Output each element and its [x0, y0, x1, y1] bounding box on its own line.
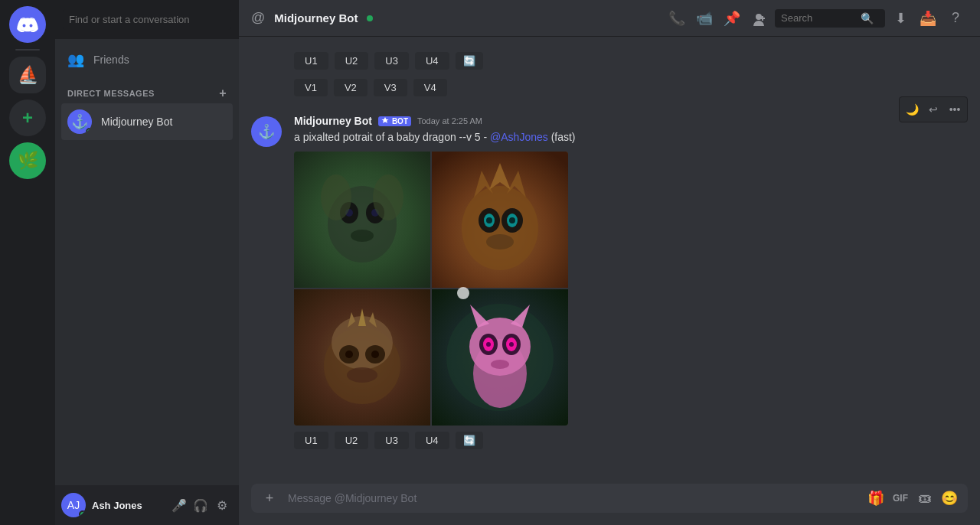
settings-button[interactable]: ⚙ [211, 494, 233, 516]
gift-button[interactable]: 🎁 [864, 486, 888, 510]
u3-button-old[interactable]: U3 [374, 52, 409, 70]
dm-user-name: Midjourney Bot [101, 116, 172, 128]
svg-point-31 [347, 367, 377, 383]
search-input-topbar[interactable] [781, 12, 858, 24]
svg-point-10 [462, 186, 538, 270]
u3-button[interactable]: U3 [374, 432, 409, 449]
help-button[interactable]: ? [943, 6, 968, 31]
dragon-image-br[interactable] [432, 289, 568, 426]
pins-button[interactable]: 📌 [720, 6, 744, 31]
more-actions-button[interactable]: ••• [944, 99, 965, 120]
svg-point-19 [509, 217, 515, 223]
direct-messages-header: DIRECT MESSAGES + [61, 74, 233, 103]
search-input[interactable] [63, 9, 231, 30]
midjourney-avatar: ⚓ [67, 109, 92, 134]
user-info: Ash Jones [92, 500, 162, 511]
user-status-indicator [79, 510, 86, 517]
mention: @AshJones [490, 131, 548, 143]
v3-button-old[interactable]: V3 [374, 79, 407, 96]
message-input-wrapper: + 🎁 GIF 🎟 😊 [251, 484, 968, 513]
svg-point-30 [371, 351, 379, 358]
channel-status-dot [367, 15, 373, 21]
u2-button[interactable]: U2 [335, 432, 369, 449]
server-icon-green[interactable]: 🌿 [9, 142, 46, 179]
friends-label: Friends [93, 54, 129, 66]
svg-point-16 [486, 217, 492, 223]
dm-section-label: DIRECT MESSAGES [67, 89, 155, 98]
input-right-icons: 🎁 GIF 🎟 😊 [864, 486, 962, 510]
u1-button[interactable]: U1 [294, 432, 328, 449]
server-sidebar: ⛵ + 🌿 [0, 0, 55, 525]
channel-name: Midjourney Bot [274, 11, 358, 24]
search-bar-area [55, 0, 239, 39]
search-area: 🔍 [775, 9, 885, 28]
svg-point-43 [509, 342, 514, 347]
user-panel: AJ Ash Jones 🎤 🎧 ⚙ [55, 485, 239, 525]
svg-point-29 [345, 351, 353, 358]
message-author: Midjourney Bot [294, 115, 372, 127]
svg-point-42 [486, 342, 491, 347]
search-icon: 🔍 [861, 12, 874, 24]
u4-button-old[interactable]: U4 [415, 52, 449, 70]
message-input[interactable] [288, 484, 858, 513]
server-icon-sailboat[interactable]: ⛵ [9, 57, 46, 93]
top-bar: @ Midjourney Bot 📞 📹 📌 🔍 ⬇ 📥 ? [239, 0, 980, 37]
svg-point-8 [373, 174, 403, 220]
headphone-button[interactable]: 🎧 [190, 494, 211, 516]
friends-item[interactable]: 👥 Friends [61, 45, 233, 74]
video-button[interactable]: 📹 [692, 6, 717, 31]
user-actions: 🎤 🎧 ⚙ [168, 494, 233, 516]
download-button[interactable]: ⬇ [888, 6, 913, 31]
message-actions: 🌙 ↩ ••• [899, 96, 968, 122]
server-divider [15, 49, 40, 51]
inbox-button[interactable]: 📥 [916, 6, 940, 31]
refresh-button[interactable]: 🔄 [456, 432, 483, 449]
svg-point-6 [351, 230, 374, 242]
call-button[interactable]: 📞 [665, 6, 689, 31]
username: Ash Jones [92, 500, 162, 511]
v1-button-old[interactable]: V1 [294, 79, 328, 96]
moon-reaction-button[interactable]: 🌙 [901, 99, 923, 120]
svg-point-20 [486, 234, 514, 249]
v2-button-old[interactable]: V2 [334, 79, 368, 96]
add-member-button[interactable] [747, 6, 772, 31]
emoji-button[interactable]: 😊 [937, 486, 962, 510]
dragon-image-bl[interactable] [294, 289, 430, 426]
top-bar-icons: 📞 📹 📌 🔍 ⬇ 📥 ? [665, 6, 968, 31]
refresh-button-old[interactable]: 🔄 [456, 52, 483, 70]
gif-button[interactable]: GIF [888, 486, 913, 510]
chat-area: @ Midjourney Bot 📞 📹 📌 🔍 ⬇ 📥 ? [239, 0, 980, 525]
add-dm-button[interactable]: + [219, 86, 227, 100]
messages-area: U1 U2 U3 U4 🔄 V1 V2 V3 V4 ⚓ Midjourney B… [239, 37, 980, 478]
input-area: + 🎁 GIF 🎟 😊 [239, 478, 980, 525]
message-content: Midjourney Bot BOT Today at 2:25 AM a pi… [294, 115, 968, 449]
user-avatar: AJ [61, 493, 86, 517]
u4-button[interactable]: U4 [415, 432, 449, 449]
dragon-image-tr[interactable] [432, 152, 568, 288]
fast-tag: (fast) [551, 131, 576, 143]
mic-button[interactable]: 🎤 [168, 494, 190, 516]
sticker-button[interactable]: 🎟 [913, 486, 937, 510]
u2-button-old[interactable]: U2 [335, 52, 369, 70]
svg-point-44 [491, 360, 509, 369]
dragon-image-tl[interactable] [294, 152, 430, 288]
action-button-row: U1 U2 U3 U4 🔄 [294, 426, 968, 449]
v-button-row: V1 V2 V3 V4 [239, 76, 980, 103]
message-time: Today at 2:25 AM [417, 116, 482, 126]
bot-badge: BOT [378, 116, 411, 126]
image-grid [294, 152, 568, 426]
midjourney-message: ⚓ Midjourney Bot BOT Today at 2:25 AM a … [239, 109, 980, 452]
user-status-dot [86, 128, 92, 134]
message-header: Midjourney Bot BOT Today at 2:25 AM [294, 115, 968, 127]
add-server-button[interactable]: + [9, 99, 46, 136]
v4-button-old[interactable]: V4 [413, 79, 447, 96]
dm-panel: 👥 Friends DIRECT MESSAGES + ⚓ Midjourney… [55, 0, 239, 525]
home-button[interactable] [9, 6, 46, 43]
channel-at-icon: @ [251, 10, 265, 26]
u-button-row: U1 U2 U3 U4 🔄 [239, 49, 980, 76]
bot-avatar: ⚓ [251, 116, 282, 147]
reply-button[interactable]: ↩ [923, 99, 944, 120]
add-attachment-button[interactable]: + [257, 486, 282, 510]
dm-user-midjourney[interactable]: ⚓ Midjourney Bot [61, 103, 233, 140]
u1-button-old[interactable]: U1 [294, 52, 328, 70]
